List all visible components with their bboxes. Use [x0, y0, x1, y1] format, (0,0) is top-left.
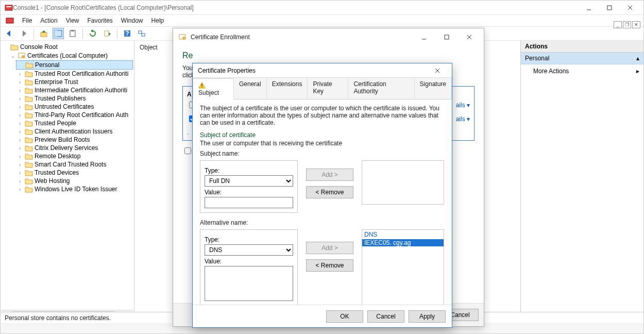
- tree-item[interactable]: ›Web Hosting: [16, 177, 133, 185]
- minimize-button[interactable]: [580, 2, 598, 14]
- menu-favorites[interactable]: Favorites: [88, 17, 113, 24]
- menu-window[interactable]: Window: [121, 17, 143, 24]
- tree-item-label: Windows Live ID Token Issuer: [35, 186, 117, 193]
- expander-icon[interactable]: ›: [17, 162, 23, 168]
- tree-pane[interactable]: Console Root ⌄ Certificates (Local Compu…: [1, 41, 134, 312]
- tree-item[interactable]: ›Windows Live ID Token Issuer: [16, 185, 133, 193]
- alt-remove-button[interactable]: < Remove: [306, 259, 353, 272]
- actions-more[interactable]: More Actions ▸: [521, 64, 643, 78]
- tree-item[interactable]: ›Remote Desktop: [16, 152, 133, 160]
- clipboard-button[interactable]: [67, 28, 78, 39]
- mdi-close-button[interactable]: ✕: [632, 21, 640, 28]
- tree-item[interactable]: ›Smart Card Trusted Roots: [16, 160, 133, 169]
- value-label: Value:: [205, 258, 293, 265]
- expander-icon[interactable]: ›: [17, 112, 23, 118]
- menu-view[interactable]: View: [66, 17, 79, 24]
- maximize-button[interactable]: [600, 2, 619, 14]
- tree-item[interactable]: ›Client Authentication Issuers: [16, 127, 133, 136]
- alt-list[interactable]: DNS IEXEC05. cgy.ag ◂ ▸: [362, 229, 444, 311]
- scroll-right-icon[interactable]: ▸: [125, 311, 133, 312]
- expander-icon[interactable]: ›: [17, 104, 23, 110]
- expander-icon[interactable]: ›: [17, 96, 23, 102]
- actions-section-personal[interactable]: Personal ▴: [521, 53, 643, 64]
- tree-item[interactable]: ›Untrusted Certificates: [16, 103, 133, 111]
- folder-icon: [25, 169, 33, 176]
- tree-item[interactable]: ›Citrix Delivery Services: [16, 144, 133, 152]
- alt-type-select[interactable]: DNS: [205, 244, 293, 256]
- mdi-restore-button[interactable]: ❐: [623, 21, 631, 28]
- tree-item[interactable]: ›Intermediate Certification Authoriti: [16, 86, 133, 94]
- enrollment-close-button[interactable]: [460, 31, 479, 43]
- tree-item[interactable]: ›Third-Party Root Certification Auth: [16, 111, 133, 119]
- tab-extensions[interactable]: Extensions: [267, 78, 308, 99]
- expander-icon[interactable]: ›: [17, 145, 23, 151]
- expander-icon[interactable]: ›: [17, 137, 23, 143]
- collapse-icon[interactable]: ▴: [636, 55, 639, 62]
- properties-close-button[interactable]: [428, 64, 447, 77]
- close-button[interactable]: [621, 2, 639, 14]
- forward-button[interactable]: [18, 28, 29, 39]
- expander-icon[interactable]: ›: [17, 71, 23, 77]
- ok-button[interactable]: OK: [326, 310, 363, 323]
- expander-icon[interactable]: ›: [17, 79, 23, 85]
- alt-name-group: Type: DNS Value:: [200, 229, 298, 311]
- enrollment-minimize-button[interactable]: [415, 31, 433, 43]
- details-link[interactable]: ails: [456, 115, 470, 123]
- alt-add-button[interactable]: Add >: [306, 242, 353, 254]
- tab-ca[interactable]: Certification Authority: [348, 78, 414, 99]
- tree-item[interactable]: ›Trusted Devices: [16, 169, 133, 177]
- tree-item[interactable]: ›Enterprise Trust: [16, 78, 133, 86]
- subject-value-input[interactable]: [205, 197, 293, 208]
- tree-item[interactable]: ›Trusted People: [16, 119, 133, 127]
- tab-signature[interactable]: Signature: [415, 78, 452, 99]
- tree-item[interactable]: Personal: [16, 60, 133, 70]
- help-button[interactable]: ?: [122, 28, 133, 39]
- learn-more-link[interactable]: .: [187, 129, 189, 136]
- enrollment-maximize-button[interactable]: [437, 31, 456, 43]
- menu-action[interactable]: Action: [40, 17, 57, 24]
- tree-item[interactable]: ›Preview Build Roots: [16, 136, 133, 144]
- expander-icon[interactable]: ›: [17, 154, 23, 159]
- tab-subject[interactable]: Subject: [193, 78, 234, 99]
- subject-desc: The user or computer that is receiving t…: [200, 140, 445, 147]
- expander-icon[interactable]: ›: [17, 88, 23, 93]
- scroll-thumb[interactable]: [12, 311, 115, 312]
- expander-icon[interactable]: ⌄: [10, 53, 16, 59]
- back-button[interactable]: [4, 28, 15, 39]
- tree-certs[interactable]: ⌄ Certificates (Local Computer): [9, 51, 133, 60]
- apply-button[interactable]: Apply: [409, 310, 446, 323]
- menu-file[interactable]: File: [22, 17, 32, 24]
- properties-tabs: Subject General Extensions Private Key C…: [193, 78, 452, 99]
- alt-value-input[interactable]: [205, 266, 293, 301]
- refresh-button[interactable]: [87, 28, 98, 39]
- tab-general[interactable]: General: [234, 78, 267, 99]
- scroll-left-icon[interactable]: ◂: [2, 311, 10, 312]
- subject-type-select[interactable]: Full DN: [205, 175, 293, 187]
- alt-list-item[interactable]: IEXEC05. cgy.ag: [362, 239, 444, 246]
- cancel-button[interactable]: Cancel: [367, 310, 404, 323]
- mdi-minimize-button[interactable]: _: [614, 21, 622, 28]
- expander-icon[interactable]: ›: [17, 170, 23, 176]
- menu-help[interactable]: Help: [151, 17, 164, 24]
- export-button[interactable]: [101, 28, 113, 39]
- subject-list[interactable]: [362, 160, 444, 205]
- tree-root[interactable]: Console Root: [2, 43, 133, 51]
- expander-icon[interactable]: ›: [17, 129, 23, 135]
- up-button[interactable]: [38, 28, 49, 39]
- expander-icon[interactable]: ›: [17, 187, 23, 192]
- subject-remove-button[interactable]: < Remove: [306, 186, 353, 198]
- expander-icon[interactable]: ›: [17, 178, 23, 184]
- svg-rect-3: [607, 6, 612, 10]
- tab-private-key[interactable]: Private Key: [308, 78, 348, 99]
- show-all-checkbox[interactable]: [184, 147, 191, 154]
- tree-item[interactable]: ›Trusted Root Certification Authoriti: [16, 70, 133, 78]
- show-tree-button[interactable]: [53, 28, 64, 39]
- folder-icon: [25, 61, 33, 69]
- window-list-button[interactable]: [136, 28, 147, 39]
- svg-rect-6: [6, 18, 13, 23]
- expander-icon[interactable]: ›: [17, 121, 23, 126]
- subject-add-button[interactable]: Add >: [306, 169, 353, 181]
- tree-item[interactable]: ›Trusted Publishers: [16, 94, 133, 103]
- tree-horizontal-scrollbar[interactable]: ◂ ▸: [2, 310, 133, 312]
- details-link[interactable]: ails: [456, 102, 470, 109]
